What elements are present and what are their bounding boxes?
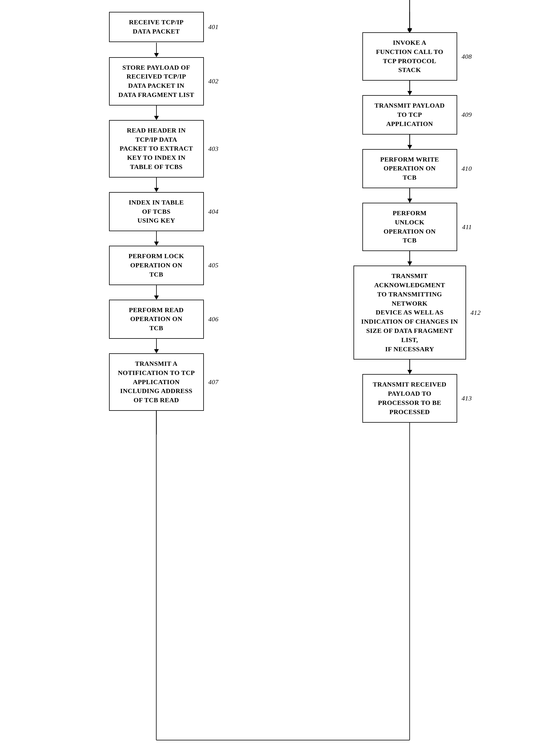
step-label-405: 405: [208, 261, 219, 270]
step-label-401: 401: [208, 22, 219, 31]
top-entry-line: [409, 12, 410, 28]
box-405-text: Perform Lock Operation on TCB: [129, 252, 184, 278]
box-403-text: Read Header in TCP/IP Data Packet to Ext…: [120, 127, 193, 170]
arrow-line-412: [409, 360, 410, 370]
arrow-line-403: [156, 177, 157, 188]
box-410-text: Perform Write Operation on TCB: [380, 156, 439, 181]
box-402-text: Store Payload of Received TCP/IP Data Pa…: [119, 64, 194, 99]
step-label-410: 410: [461, 164, 472, 173]
arrow-line-402: [156, 106, 157, 116]
step-label-404: 404: [208, 207, 219, 216]
arrow-line-407: [156, 411, 157, 434]
arrowhead-412: [407, 370, 412, 374]
arrowhead-405: [154, 296, 159, 300]
arrow-line-401: [156, 43, 157, 53]
step-label-413: 413: [461, 394, 472, 403]
box-404: Index in Table of TCBs Using Key 404: [109, 192, 204, 231]
box-407-text: Transmit a Notification to TCP Applicati…: [118, 360, 195, 404]
step-402-group: Store Payload of Received TCP/IP Data Pa…: [36, 57, 277, 120]
box-406-text: Perform Read Operation on TCB: [129, 306, 184, 332]
top-entry-arrow: [407, 12, 412, 32]
step-label-406: 406: [208, 315, 219, 324]
box-412: Transmit Acknowledgment to Transmitting …: [353, 265, 466, 360]
arrowhead-403: [154, 188, 159, 192]
box-413-text: Transmit Received Payload to Processor t…: [373, 381, 446, 415]
box-405: Perform Lock Operation on TCB 405: [109, 246, 204, 285]
step-401-group: Receive TCP/IP Data Packet 401: [36, 12, 277, 57]
step-406-group: Perform Read Operation on TCB 406: [36, 300, 277, 353]
step-410-group: Perform Write Operation on TCB 410: [289, 149, 530, 203]
box-403: Read Header in TCP/IP Data Packet to Ext…: [109, 120, 204, 177]
step-404-group: Index in Table of TCBs Using Key 404: [36, 192, 277, 246]
step-label-409: 409: [461, 110, 472, 120]
step-412-group: Transmit Acknowledgment to Transmitting …: [289, 265, 530, 374]
main-columns: Receive TCP/IP Data Packet 401 Store Pay…: [12, 12, 548, 434]
arrowhead-404: [154, 241, 159, 246]
box-407: Transmit a Notification to TCP Applicati…: [109, 353, 204, 411]
step-408-group: Invoke a Function Call to TCP Protocol S…: [289, 32, 530, 95]
arrow-line-411: [409, 251, 410, 261]
box-411-text: Perform Unlock Operation on TCB: [383, 209, 435, 244]
top-entry-arrowhead: [407, 28, 412, 32]
step-407-group: Transmit a Notification to TCP Applicati…: [36, 353, 277, 434]
step-405-group: Perform Lock Operation on TCB 405: [36, 246, 277, 299]
box-411: Perform Unlock Operation on TCB 411: [362, 203, 457, 251]
arrowhead-401: [154, 53, 159, 57]
right-column: Invoke a Function Call to TCP Protocol S…: [289, 12, 530, 423]
box-409: Transmit Payload to TCP Application 409: [362, 95, 457, 134]
arrowhead-402: [154, 116, 159, 120]
step-label-411: 411: [462, 222, 472, 232]
box-413: Transmit Received Payload to Processor t…: [362, 374, 457, 422]
box-408: Invoke a Function Call to TCP Protocol S…: [362, 32, 457, 81]
arrowhead-411: [407, 261, 412, 265]
step-413-group: Transmit Received Payload to Processor t…: [289, 374, 530, 422]
left-column: Receive TCP/IP Data Packet 401 Store Pay…: [36, 12, 277, 434]
bottom-connector-svg: [0, 690, 560, 749]
step-411-group: Perform Unlock Operation on TCB 411: [289, 203, 530, 265]
arrow-line-404: [156, 231, 157, 241]
step-403-group: Read Header in TCP/IP Data Packet to Ext…: [36, 120, 277, 192]
box-409-text: Transmit Payload to TCP Application: [374, 102, 445, 127]
arrow-line-408: [409, 81, 410, 91]
arrow-line-406: [156, 339, 157, 349]
diagram-container: Receive TCP/IP Data Packet 401 Store Pay…: [0, 0, 560, 749]
arrowhead-409: [407, 145, 412, 149]
arrowhead-406: [154, 349, 159, 353]
box-410: Perform Write Operation on TCB 410: [362, 149, 457, 188]
arrow-line-405: [156, 285, 157, 296]
arrowhead-410: [407, 198, 412, 203]
step-label-402: 402: [208, 77, 219, 86]
box-401: Receive TCP/IP Data Packet 401: [109, 12, 204, 42]
box-404-text: Index in Table of TCBs Using Key: [129, 198, 184, 224]
step-label-403: 403: [208, 144, 219, 153]
box-412-text: Transmit Acknowledgment to Transmitting …: [361, 272, 458, 352]
step-409-group: Transmit Payload to TCP Application 409: [289, 95, 530, 149]
box-406: Perform Read Operation on TCB 406: [109, 300, 204, 339]
arrow-line-410: [409, 188, 410, 198]
box-401-text: Receive TCP/IP Data Packet: [129, 18, 184, 35]
step-label-407: 407: [208, 378, 219, 387]
arrowhead-408: [407, 91, 412, 95]
step-label-412: 412: [471, 308, 481, 317]
step-label-408: 408: [461, 52, 472, 61]
box-402: Store Payload of Received TCP/IP Data Pa…: [109, 57, 204, 106]
arrow-line-409: [409, 134, 410, 145]
box-408-text: Invoke a Function Call to TCP Protocol S…: [376, 39, 443, 73]
